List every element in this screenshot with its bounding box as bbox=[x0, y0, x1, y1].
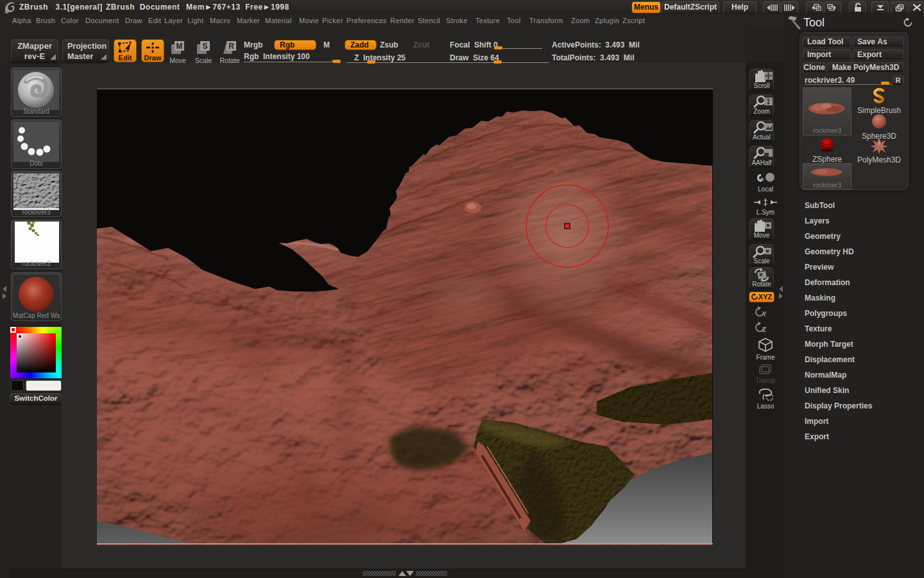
svg-text:S: S bbox=[202, 42, 207, 51]
svg-text:e: e bbox=[760, 176, 764, 182]
svg-text:Z: Z bbox=[762, 326, 766, 333]
svg-text:M: M bbox=[176, 42, 183, 51]
svg-text:R: R bbox=[228, 42, 234, 51]
svg-text:Y: Y bbox=[762, 311, 767, 318]
